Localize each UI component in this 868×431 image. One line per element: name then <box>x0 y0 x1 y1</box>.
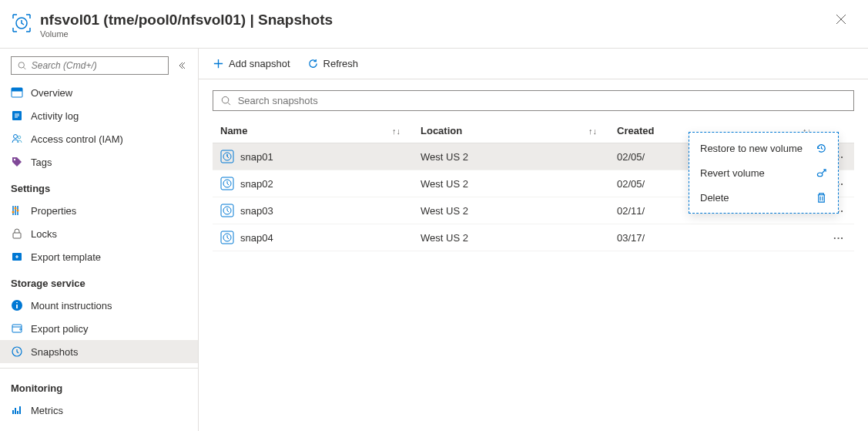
refresh-icon <box>307 58 319 69</box>
sidebar-item-label: Snapshots <box>31 346 78 358</box>
toolbar: Add snapshot Refresh <box>199 49 868 79</box>
snapshot-icon <box>11 345 23 358</box>
sidebar-item-label: Export policy <box>31 323 88 335</box>
add-snapshot-button[interactable]: Add snapshot <box>213 58 290 69</box>
sidebar-item-access[interactable]: Access control (IAM) <box>0 127 198 150</box>
header: nfsvol01 (tme/pool0/nfsvol01) | Snapshot… <box>0 0 868 49</box>
search-snapshots-input[interactable] <box>238 95 846 106</box>
page-title: nfsvol01 (tme/pool0/nfsvol01) | Snapshot… <box>40 11 829 29</box>
sidebar-section-settings: Settings <box>0 173 198 199</box>
svg-point-7 <box>14 159 15 160</box>
metrics-icon <box>11 404 23 416</box>
refresh-button[interactable]: Refresh <box>307 58 359 69</box>
row-menu-button[interactable]: ··· <box>833 232 844 244</box>
snapshot-location: West US 2 <box>413 172 609 196</box>
delete-icon <box>815 191 827 204</box>
sidebar-item-label: Export template <box>31 251 101 263</box>
sort-icon: ↑↓ <box>588 126 602 136</box>
svg-rect-11 <box>13 233 21 238</box>
close-button[interactable] <box>829 11 853 28</box>
sidebar-item-snapshots[interactable]: Snapshots <box>0 340 198 363</box>
toolbar-label: Add snapshot <box>229 58 290 69</box>
sidebar-section-storage: Storage service <box>0 268 198 294</box>
snapshot-location: West US 2 <box>413 226 609 250</box>
context-restore[interactable]: Restore to new volume <box>689 136 838 160</box>
svg-point-10 <box>17 210 19 212</box>
svg-point-1 <box>18 62 24 67</box>
sidebar: Overview Activity log Access control (IA… <box>0 49 199 431</box>
svg-point-9 <box>15 207 17 210</box>
overview-icon <box>11 86 23 99</box>
export-template-icon <box>11 251 23 263</box>
sidebar-item-tags[interactable]: Tags <box>0 150 198 173</box>
info-icon <box>11 299 23 311</box>
context-label: Restore to new volume <box>700 143 803 154</box>
snapshot-icon <box>220 204 234 217</box>
snapshot-created: 03/17/ <box>609 226 823 250</box>
sidebar-item-export-template[interactable]: Export template <box>0 245 198 268</box>
snapshot-name: snap04 <box>240 232 273 244</box>
snapshot-name: snap01 <box>240 151 273 163</box>
sidebar-item-metrics[interactable]: Metrics <box>0 399 198 422</box>
properties-icon <box>11 204 23 217</box>
tags-icon <box>11 156 23 168</box>
sidebar-item-locks[interactable]: Locks <box>0 222 198 245</box>
sidebar-item-mount[interactable]: Mount instructions <box>0 294 198 317</box>
sidebar-item-label: Properties <box>31 205 76 217</box>
collapse-sidebar-icon[interactable] <box>175 60 189 71</box>
search-snapshots[interactable] <box>213 90 854 111</box>
sidebar-search-input[interactable] <box>32 60 162 71</box>
svg-point-6 <box>18 136 21 139</box>
snapshot-icon <box>220 231 234 244</box>
snapshot-name: snap03 <box>240 205 273 217</box>
sidebar-item-label: Mount instructions <box>31 300 112 311</box>
header-text: nfsvol01 (tme/pool0/nfsvol01) | Snapshot… <box>40 11 829 39</box>
column-location[interactable]: Location↑↓ <box>413 119 609 143</box>
svg-point-25 <box>817 173 823 177</box>
context-label: Delete <box>700 192 729 204</box>
sidebar-item-label: Access control (IAM) <box>31 133 123 145</box>
context-revert[interactable]: Revert volume <box>689 160 838 185</box>
page-subtitle: Volume <box>40 29 829 39</box>
context-menu: Restore to new volume Revert volume Dele… <box>689 132 839 214</box>
sidebar-item-label: Metrics <box>31 405 63 416</box>
table-row[interactable]: snap04 West US 2 03/17/ ··· <box>213 224 854 251</box>
snapshot-location: West US 2 <box>413 199 609 223</box>
access-control-icon <box>11 133 23 145</box>
sidebar-item-activity[interactable]: Activity log <box>0 104 198 127</box>
snapshot-icon <box>220 177 234 190</box>
sidebar-item-label: Tags <box>31 157 52 168</box>
sidebar-item-overview[interactable]: Overview <box>0 81 198 104</box>
sort-icon: ↑↓ <box>392 126 405 136</box>
snapshot-location: West US 2 <box>413 145 609 169</box>
toolbar-label: Refresh <box>323 58 359 69</box>
sidebar-search[interactable] <box>11 56 169 75</box>
main-content: Add snapshot Refresh Name↑↓ Location↑↓ C… <box>199 49 868 431</box>
sidebar-item-label: Locks <box>31 228 57 240</box>
svg-rect-14 <box>12 325 22 332</box>
column-name[interactable]: Name↑↓ <box>213 119 413 143</box>
activity-log-icon <box>11 109 23 122</box>
sidebar-item-label: Overview <box>31 87 72 99</box>
plus-icon <box>213 58 224 69</box>
svg-point-16 <box>222 96 229 103</box>
sidebar-item-properties[interactable]: Properties <box>0 199 198 222</box>
sidebar-item-label: Activity log <box>31 110 79 122</box>
svg-point-8 <box>12 211 15 214</box>
context-label: Revert volume <box>700 167 765 179</box>
revert-icon <box>815 167 827 179</box>
lock-icon <box>11 227 23 240</box>
svg-point-5 <box>14 135 18 139</box>
svg-rect-3 <box>12 88 22 91</box>
export-policy-icon <box>11 322 23 335</box>
context-delete[interactable]: Delete <box>689 185 838 210</box>
sidebar-item-export-policy[interactable]: Export policy <box>0 317 198 340</box>
volume-clock-icon <box>11 12 32 34</box>
restore-icon <box>815 142 827 154</box>
snapshot-icon <box>220 150 234 163</box>
sidebar-section-monitoring: Monitoring <box>0 373 198 399</box>
snapshot-name: snap02 <box>240 178 273 190</box>
